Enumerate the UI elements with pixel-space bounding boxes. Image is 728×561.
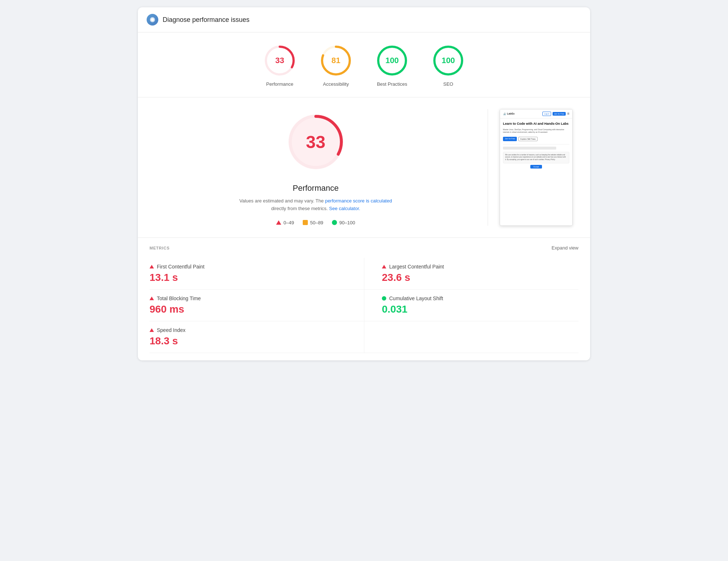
preview-accept-btn: Accept (530, 165, 542, 169)
metric-fcp: First Contentful Paint 13.1 s (150, 258, 364, 290)
legend-poor: 0–49 (276, 220, 294, 225)
fcp-header: First Contentful Paint (150, 264, 346, 270)
svg-point-1 (151, 18, 154, 21)
lcp-icon (382, 265, 386, 268)
description-text2: directly from these metrics. (271, 206, 328, 211)
score-circle-performance: 33 (263, 44, 296, 77)
metrics-header: METRICS Expand view (150, 245, 578, 251)
preview-placeholder-bar (503, 147, 556, 150)
app-container: Diagnose performance issues 33 Performan… (138, 7, 590, 360)
poor-icon (276, 220, 281, 225)
calculator-link[interactable]: See calculator. (329, 206, 360, 211)
preview-cookie-notice: We use cookies for a number of reasons, … (503, 152, 569, 163)
fcp-value: 13.1 s (150, 272, 346, 283)
fcp-icon (150, 265, 154, 268)
score-value-seo: 100 (442, 56, 455, 65)
big-score-number: 33 (306, 132, 325, 152)
lcp-label: Largest Contentful Paint (389, 264, 444, 270)
tbt-header: Total Blocking Time (150, 295, 346, 301)
preview-divider (503, 144, 569, 144)
score-label-performance: Performance (266, 81, 293, 87)
lcp-value: 23.6 s (382, 272, 578, 283)
score-card-accessibility: 81 Accessibility (320, 44, 352, 87)
metric-tbt: Total Blocking Time 960 ms (150, 290, 364, 321)
description-text: Values are estimated and may vary. The (239, 198, 324, 204)
tbt-label: Total Blocking Time (157, 295, 201, 301)
preview-nav: 🔬 LabEx Log in Join for Free ☰ (500, 109, 572, 119)
score-card-seo: 100 SEO (432, 44, 465, 87)
cls-header: Cumulative Layout Shift (382, 295, 578, 301)
header: Diagnose performance issues (138, 7, 590, 32)
preview-frame: 🔬 LabEx Log in Join for Free ☰ Learn to … (500, 109, 573, 226)
poor-range: 0–49 (283, 220, 294, 225)
score-label-best-practices: Best Practices (377, 81, 407, 87)
expand-view-button[interactable]: Expand view (551, 245, 578, 251)
si-value: 18.3 s (150, 335, 346, 347)
main-content: 33 Performance Values are estimated and … (138, 97, 590, 237)
lcp-header: Largest Contentful Paint (382, 264, 578, 270)
metric-si: Speed Index 18.3 s (150, 321, 364, 353)
metrics-grid: First Contentful Paint 13.1 s Largest Co… (150, 258, 578, 353)
preview-explore-action: Explore Skill Trees (518, 137, 538, 141)
metric-cls: Cumulative Layout Shift 0.031 (364, 290, 578, 321)
preview-headline: Learn to Code with AI and Hands-On Labs (503, 121, 569, 126)
metrics-title: METRICS (150, 246, 170, 250)
cls-icon (382, 296, 386, 301)
si-label: Speed Index (157, 327, 186, 333)
score-value-performance: 33 (275, 56, 284, 65)
perf-score-link[interactable]: performance score is calculated (325, 198, 392, 204)
preview-join-btn: Join for Free (553, 112, 566, 116)
score-circle-best-practices: 100 (376, 44, 408, 77)
needs-improvement-icon (303, 220, 308, 225)
score-card-performance: 33 Performance (263, 44, 296, 87)
preview-content: Learn to Code with AI and Hands-On Labs … (500, 119, 572, 171)
preview-menu-icon: ☰ (567, 112, 569, 115)
score-card-best-practices: 100 Best Practices (376, 44, 408, 87)
performance-description: Values are estimated and may vary. The p… (232, 197, 400, 213)
performance-details: 33 Performance Values are estimated and … (155, 109, 476, 226)
score-value-best-practices: 100 (386, 56, 399, 65)
website-preview: 🔬 LabEx Log in Join for Free ☰ Learn to … (500, 109, 573, 226)
metrics-section: METRICS Expand view First Contentful Pai… (138, 237, 590, 360)
tbt-icon (150, 297, 154, 300)
page-title: Diagnose performance issues (163, 16, 249, 24)
si-header: Speed Index (150, 327, 346, 333)
metric-lcp: Largest Contentful Paint 23.6 s (364, 258, 578, 290)
score-circle-seo: 100 (432, 44, 465, 77)
preview-logo: 🔬 LabEx (503, 112, 515, 115)
preview-actions: Join for Free Explore Skill Trees (503, 137, 569, 141)
score-label-seo: SEO (443, 81, 453, 87)
tbt-value: 960 ms (150, 303, 346, 315)
good-icon (332, 220, 337, 225)
performance-title: Performance (293, 183, 339, 193)
score-label-accessibility: Accessibility (323, 81, 349, 87)
preview-login-btn: Log in (542, 112, 551, 116)
fcp-label: First Contentful Paint (157, 264, 205, 270)
good-range: 90–100 (339, 220, 355, 225)
si-icon (150, 328, 154, 332)
app-logo (147, 14, 158, 26)
big-score-circle: 33 (283, 109, 349, 175)
scores-section: 33 Performance 81 Accessibility 100 Best (138, 32, 590, 97)
cls-value: 0.031 (382, 303, 578, 315)
score-legend: 0–49 50–89 90–100 (276, 220, 355, 225)
legend-good: 90–100 (332, 220, 355, 225)
metric-empty (364, 321, 578, 353)
preview-nav-buttons: Log in Join for Free ☰ (542, 112, 569, 116)
score-value-accessibility: 81 (332, 56, 340, 65)
score-circle-accessibility: 81 (320, 44, 352, 77)
preview-subtext: Master Linux, DevOps, Programming, and C… (503, 128, 569, 134)
preview-join-action: Join for Free (503, 137, 517, 141)
cls-label: Cumulative Layout Shift (389, 295, 443, 301)
content-divider (488, 109, 488, 226)
legend-needs-improvement: 50–89 (303, 220, 323, 225)
needs-improvement-range: 50–89 (310, 220, 323, 225)
